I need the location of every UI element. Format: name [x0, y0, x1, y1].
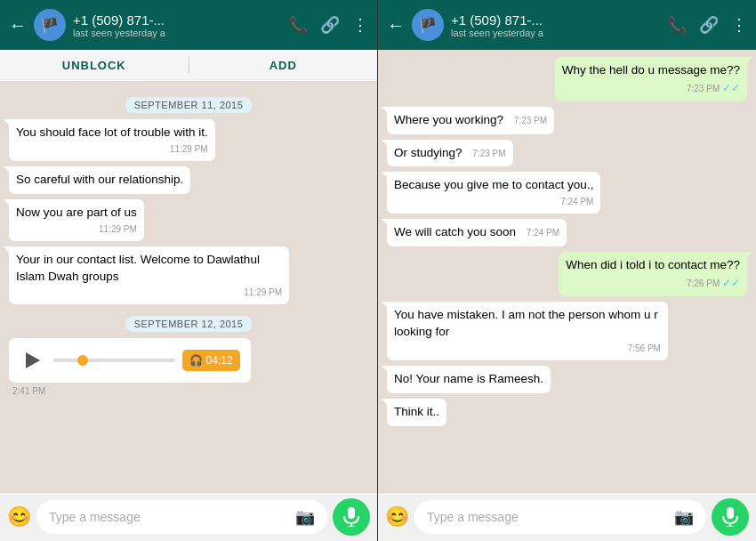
- emoji-icon[interactable]: 😊: [7, 505, 31, 529]
- msg-time: 7:24 PM: [394, 196, 593, 208]
- left-input-bar: 😊 Type a message 📷: [0, 493, 377, 541]
- date-badge-sep12: SEPTEMBER 12, 2015: [9, 315, 368, 331]
- msg-bubble-incoming: You should face lot of trouble with it. …: [9, 119, 215, 161]
- audio-msg-row: 🎧 04:12 2:41 PM: [9, 338, 368, 396]
- msg-time: 11:29 PM: [16, 223, 137, 236]
- msg-row: We will catch you soon 7:24 PM: [387, 219, 747, 250]
- msg-row: When did i told i to contact me?? 7:26 P…: [387, 252, 747, 300]
- msg-time: 7:24 PM: [527, 228, 559, 238]
- msg-row: Think it..: [387, 399, 747, 430]
- unblock-button[interactable]: UNBLOCK: [0, 50, 189, 81]
- msg-row: Where you working? 7:23 PM: [387, 107, 747, 138]
- msg-time: 11:29 PM: [16, 143, 208, 156]
- msg-bubble-outgoing: Why the hell do u message me?? 7:23 PM ✓…: [555, 57, 747, 101]
- right-contact-status: last seen yesterday a: [451, 28, 660, 38]
- headphone-icon: 🎧: [189, 354, 203, 367]
- left-phone-icon[interactable]: 📞: [288, 15, 308, 35]
- left-header-info: +1 (509) 871-... last seen yesterday a: [73, 12, 281, 38]
- msg-row: Because you give me to contact you., 7:2…: [387, 172, 747, 217]
- msg-bubble-incoming: Now you are part of us 11:29 PM: [9, 199, 144, 241]
- audio-track: [53, 359, 175, 362]
- right-menu-icon[interactable]: ⋮: [731, 15, 747, 35]
- left-phone-panel: ← 🏴 +1 (509) 871-... last seen yesterday…: [0, 0, 378, 541]
- add-button[interactable]: ADD: [189, 50, 378, 81]
- msg-row: No! Your name is Rameesh.: [387, 366, 747, 397]
- right-phone-panel: ← 🏴 +1 (509) 871-... last seen yesterday…: [378, 0, 756, 541]
- left-contact-name: +1 (509) 871-...: [73, 12, 281, 28]
- left-attachment-icon[interactable]: 🔗: [320, 15, 340, 35]
- msg-row: Or studying? 7:23 PM: [387, 140, 747, 171]
- msg-time: 11:29 PM: [16, 287, 282, 299]
- right-message-input[interactable]: Type a message 📷: [414, 500, 706, 534]
- right-message-placeholder: Type a message: [427, 510, 519, 524]
- svg-marker-0: [26, 352, 40, 368]
- left-menu-icon[interactable]: ⋮: [352, 15, 368, 35]
- right-attachment-icon[interactable]: 🔗: [699, 15, 719, 35]
- msg-bubble-incoming: You have mistaken. I am not the person w…: [387, 302, 668, 360]
- msg-bubble-incoming: So careful with our relationship.: [9, 166, 190, 194]
- right-header-info: +1 (509) 871-... last seen yesterday a: [451, 12, 660, 38]
- svg-rect-4: [727, 507, 734, 519]
- msg-time: 7:23 PM: [472, 149, 505, 158]
- msg-row: You have mistaken. I am not the person w…: [387, 302, 747, 364]
- msg-bubble-incoming: Where you working? 7:23 PM: [387, 107, 554, 134]
- right-back-button[interactable]: ←: [387, 15, 405, 36]
- msg-bubble-incoming: Think it..: [387, 399, 446, 426]
- msg-time: 7:23 PM: [514, 116, 547, 125]
- audio-progress-dot: [77, 355, 88, 366]
- left-chat-area: SEPTEMBER 11, 2015 You should face lot o…: [0, 82, 377, 493]
- audio-duration-box: 🎧 04:12: [182, 350, 240, 371]
- left-header: ← 🏴 +1 (509) 871-... last seen yesterday…: [0, 0, 377, 50]
- date-badge-sep11: SEPTEMBER 11, 2015: [9, 96, 368, 112]
- right-camera-icon[interactable]: 📷: [674, 507, 694, 527]
- left-action-bar: UNBLOCK ADD: [0, 50, 377, 82]
- msg-bubble-incoming: No! Your name is Rameesh.: [387, 366, 551, 393]
- message-placeholder: Type a message: [49, 510, 141, 524]
- msg-bubble-outgoing: When did i told i to contact me?? 7:26 P…: [559, 252, 747, 296]
- msg-bubble-incoming: Or studying? 7:23 PM: [387, 140, 513, 167]
- double-tick-icon: ✓✓: [722, 277, 740, 289]
- msg-row: Why the hell do u message me?? 7:23 PM ✓…: [387, 57, 747, 105]
- msg-time: 7:23 PM ✓✓: [562, 81, 740, 96]
- right-header-icons: 📞 🔗 ⋮: [667, 15, 747, 35]
- right-avatar: 🏴: [412, 9, 444, 41]
- right-emoji-icon[interactable]: 😊: [385, 505, 409, 529]
- msg-row: Your in our contact list. Welcome to Daw…: [9, 246, 368, 309]
- right-chat-area: Why the hell do u message me?? 7:23 PM ✓…: [378, 50, 756, 493]
- msg-bubble-incoming: We will catch you soon 7:24 PM: [387, 219, 567, 246]
- left-mic-button[interactable]: [333, 498, 370, 536]
- left-message-input[interactable]: Type a message 📷: [36, 500, 327, 534]
- svg-rect-1: [348, 507, 355, 519]
- left-avatar: 🏴: [34, 9, 66, 41]
- right-mic-button[interactable]: [712, 498, 749, 536]
- msg-bubble-incoming: Your in our contact list. Welcome to Daw…: [9, 246, 289, 305]
- left-header-icons: 📞 🔗 ⋮: [288, 15, 368, 35]
- audio-duration: 04:12: [206, 354, 233, 367]
- msg-row: So careful with our relationship.: [9, 166, 368, 198]
- play-button[interactable]: [20, 347, 46, 374]
- double-tick-icon: ✓✓: [722, 82, 740, 94]
- msg-time: 7:26 PM ✓✓: [566, 276, 740, 291]
- msg-bubble-incoming: Because you give me to contact you., 7:2…: [387, 172, 600, 214]
- right-header: ← 🏴 +1 (509) 871-... last seen yesterday…: [378, 0, 756, 50]
- right-phone-icon[interactable]: 📞: [667, 15, 687, 35]
- camera-icon[interactable]: 📷: [295, 507, 315, 527]
- audio-bubble: 🎧 04:12: [9, 338, 251, 383]
- msg-row: Now you are part of us 11:29 PM: [9, 199, 368, 245]
- right-contact-name: +1 (509) 871-...: [451, 12, 660, 28]
- left-contact-status: last seen yesterday a: [73, 28, 281, 38]
- audio-time: 2:41 PM: [12, 386, 303, 396]
- left-back-button[interactable]: ←: [9, 15, 27, 36]
- right-input-bar: 😊 Type a message 📷: [378, 493, 756, 541]
- msg-row: You should face lot of trouble with it. …: [9, 119, 368, 165]
- msg-time: 7:56 PM: [394, 343, 661, 355]
